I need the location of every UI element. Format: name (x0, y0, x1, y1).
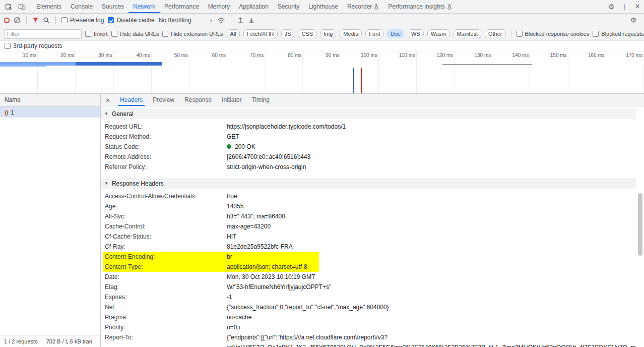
header-row: Status Code:200 OK (101, 142, 636, 152)
network-filter-bar: Invert Hide data URLs Hide extension URL… (0, 27, 644, 41)
header-row: Cf-Cache-Status:HIT (101, 232, 636, 242)
network-toolbar: Preserve log Disable cache No throttling… (0, 14, 644, 27)
preserve-log-checkbox[interactable]: Preserve log (61, 17, 104, 24)
tab-sources[interactable]: Sources (97, 0, 128, 13)
device-toolbar-icon[interactable] (15, 0, 28, 13)
filter-pill-media[interactable]: Media (340, 29, 362, 38)
checkbox-unchecked[interactable] (517, 31, 523, 37)
detail-tab-preview[interactable]: Preview (148, 94, 179, 106)
tab-performance[interactable]: Performance (160, 0, 204, 13)
close-details-icon[interactable]: × (101, 94, 115, 106)
disable-cache-checkbox[interactable]: Disable cache (108, 17, 154, 24)
request-list-panel: Name {} 1 1 / 2 requests 702 B / 1.5 kB … (0, 94, 101, 347)
filter-pill-fetch-xhr[interactable]: Fetch/XHR (243, 29, 278, 38)
import-har-icon[interactable] (237, 17, 244, 24)
network-settings-gear-icon[interactable]: ⚙ (627, 14, 640, 27)
checkbox-unchecked[interactable] (61, 17, 68, 23)
network-overview-timeline[interactable]: 10 ms 20 ms 30 ms 40 ms 50 ms 60 ms 70 m… (0, 51, 644, 94)
flask-icon (374, 4, 379, 10)
filter-pill-all[interactable]: All (227, 29, 240, 38)
filter-funnel-icon[interactable] (32, 17, 39, 23)
filter-pill-other[interactable]: Other (485, 29, 506, 38)
detail-tab-headers[interactable]: Headers (115, 94, 148, 106)
domcontentloaded-marker-line (353, 68, 354, 93)
request-name: 1 (11, 109, 15, 116)
devtools-tabbar: Elements Console Sources Network Perform… (0, 0, 644, 14)
tab-performance-insights[interactable]: Performance insights (383, 0, 457, 13)
third-party-requests-checkbox[interactable] (5, 43, 11, 49)
transferred-summary: 702 B / 1.5 kB tran (42, 335, 100, 347)
header-row: Cache-Control:max-age=43200 (101, 221, 636, 232)
filter-pill-css[interactable]: CSS (298, 29, 316, 38)
filter-pill-manifest[interactable]: Manifest (453, 29, 481, 38)
filter-pill-font[interactable]: Font (365, 29, 383, 38)
invert-checkbox[interactable]: Invert (85, 31, 108, 37)
tab-lighthouse[interactable]: Lighthouse (304, 0, 343, 13)
network-summary-bar: 1 / 2 requests 702 B / 1.5 kB tran (0, 335, 100, 347)
request-list-empty-area (0, 118, 100, 335)
detail-tab-initiator[interactable]: Initiator (217, 94, 246, 106)
tab-elements[interactable]: Elements (32, 0, 66, 13)
header-row: Request URL:https://jsonplaceholder.typi… (101, 122, 636, 132)
tab-console[interactable]: Console (66, 0, 97, 13)
filter-pill-ws[interactable]: WS (408, 29, 424, 38)
header-row: Referrer Policy:strict-origin-when-cross… (101, 162, 636, 172)
export-har-icon[interactable] (248, 17, 255, 24)
triangle-down-icon: ▼ (104, 111, 108, 116)
header-row: Access-Control-Allow-Credentials:true (101, 191, 636, 201)
checkbox-checked[interactable] (108, 17, 114, 23)
status-ok-dot (227, 144, 231, 149)
divider (511, 30, 511, 38)
filter-input[interactable] (4, 29, 82, 39)
hide-extension-urls-checkbox[interactable]: Hide extension URLs (162, 31, 223, 37)
tab-memory[interactable]: Memory (204, 0, 234, 13)
record-network-log-button[interactable] (4, 18, 10, 23)
checkbox-unchecked[interactable] (593, 31, 599, 37)
column-header-name[interactable]: Name (0, 94, 100, 107)
header-row-highlighted: Content-Type:application/json; charset=u… (101, 262, 636, 272)
header-row: Etag:W/"53-hfEnumeNh6YirfjyjaujcOPPT+s" (101, 282, 636, 292)
requests-count-summary: 1 / 2 requests (0, 335, 42, 347)
blocked-response-cookies-checkbox[interactable]: Blocked response cookies (517, 31, 590, 37)
filter-pill-doc[interactable]: Doc (387, 29, 404, 38)
filter-pill-wasm[interactable]: Wasm (427, 29, 450, 38)
response-headers-section-header[interactable]: ▼ Response Headers (101, 178, 636, 189)
hide-data-urls-checkbox[interactable]: Hide data URLs (111, 31, 159, 37)
throttling-dropdown[interactable]: No throttling ▼ (159, 17, 213, 24)
header-row-highlighted: Content-Encoding:br (101, 252, 636, 262)
checkbox-unchecked[interactable] (111, 31, 117, 37)
header-row: Age:14055 (101, 201, 636, 211)
request-row[interactable]: {} 1 (0, 107, 100, 118)
checkbox-unchecked[interactable] (85, 31, 91, 37)
general-section-header[interactable]: ▼ General (101, 108, 636, 119)
search-icon[interactable] (43, 17, 50, 24)
filter-pill-img[interactable]: Img (320, 29, 336, 38)
divider (55, 16, 56, 24)
chevron-down-icon: ▼ (210, 19, 213, 22)
blocked-requests-checkbox[interactable]: Blocked requests (593, 31, 643, 37)
request-details-panel: × Headers Preview Response Initiator Tim… (101, 94, 644, 347)
inspect-element-icon[interactable] (2, 0, 15, 13)
tab-recorder[interactable]: Recorder (343, 0, 383, 13)
close-devtools-icon[interactable]: × (631, 0, 644, 13)
more-options-icon[interactable]: ⋮ (618, 0, 631, 13)
overview-grey-segment (442, 64, 532, 65)
tab-application[interactable]: Application (234, 0, 273, 13)
header-row: Remote Address:[2606:4700:e0::ac40:6516]… (101, 152, 636, 162)
tab-security[interactable]: Security (273, 0, 304, 13)
headers-content: ▼ General Request URL:https://jsonplaceh… (101, 106, 644, 347)
detail-tab-timing[interactable]: Timing (246, 94, 275, 106)
vertical-scrollbar-thumb[interactable] (638, 193, 642, 256)
header-row: Nel:{"success_fraction":0,"report_to":"c… (101, 302, 636, 312)
settings-gear-icon[interactable]: ⚙ (605, 0, 618, 13)
header-row: Request Method:GET (101, 132, 636, 142)
clear-network-log-icon[interactable] (14, 17, 21, 24)
general-rows: Request URL:https://jsonplaceholder.typi… (101, 122, 636, 172)
network-conditions-icon[interactable] (217, 17, 225, 24)
response-header-rows: Access-Control-Allow-Credentials:true Ag… (101, 191, 636, 347)
divider (26, 16, 27, 24)
detail-tab-response[interactable]: Response (179, 94, 217, 106)
filter-pill-js[interactable]: JS (281, 29, 295, 38)
checkbox-unchecked[interactable] (162, 31, 168, 37)
tab-network[interactable]: Network (128, 0, 160, 13)
